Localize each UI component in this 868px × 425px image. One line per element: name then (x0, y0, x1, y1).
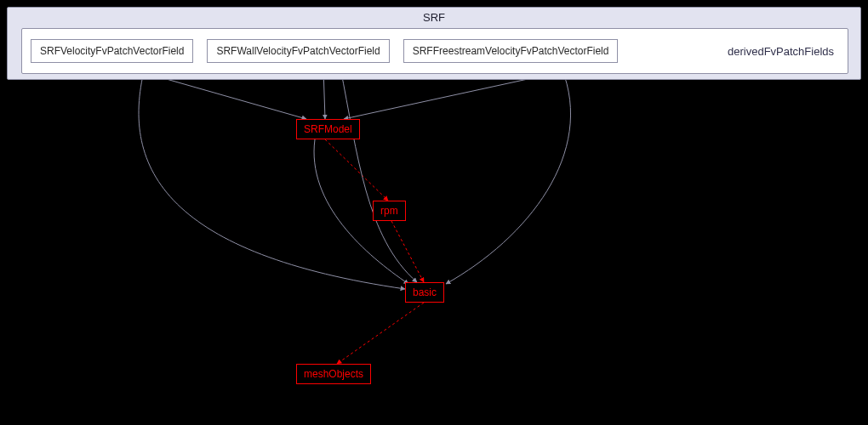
svg-line-4 (391, 221, 424, 282)
node-basic[interactable]: basic (405, 282, 444, 303)
inner-container-title: derivedFvPatchFields (728, 45, 839, 58)
node-srfmodel[interactable]: SRFModel (296, 119, 360, 139)
container-title: SRF (423, 11, 445, 24)
svg-line-3 (325, 139, 388, 201)
node-srf-wall-velocity[interactable]: SRFWallVelocityFvPatchVectorField (207, 39, 389, 63)
node-srf-freestream-velocity[interactable]: SRFFreestreamVelocityFvPatchVectorField (403, 39, 619, 63)
node-srf-velocity[interactable]: SRFVelocityFvPatchVectorField (31, 39, 193, 63)
node-rpm[interactable]: rpm (373, 201, 406, 221)
svg-line-5 (337, 303, 424, 364)
srf-container: SRF SRFVelocityFvPatchVectorField SRFWal… (7, 7, 861, 80)
derived-container: SRFVelocityFvPatchVectorField SRFWallVel… (21, 28, 848, 74)
node-meshobjects[interactable]: meshObjects (296, 364, 371, 384)
